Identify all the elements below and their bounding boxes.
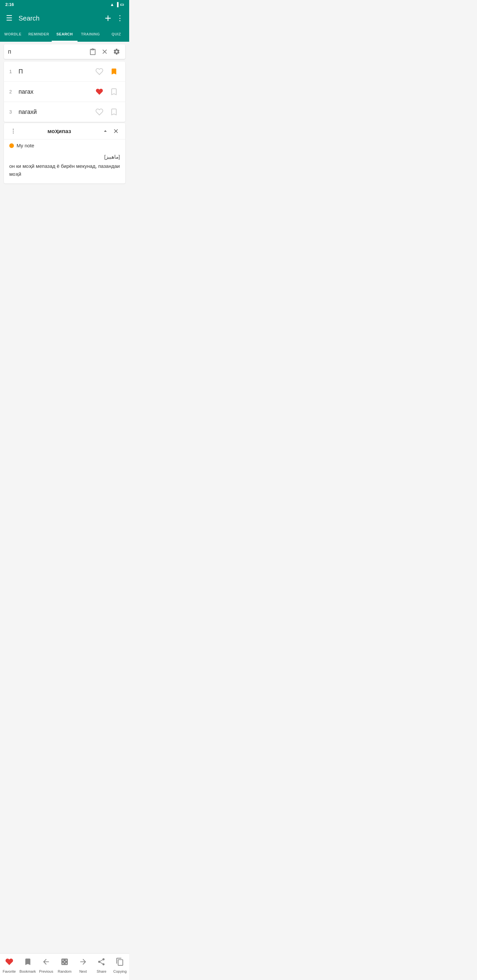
word-text-2: пагах: [19, 88, 93, 95]
word-item-2[interactable]: 2 пагах: [4, 82, 125, 102]
tab-quiz[interactable]: QUIZ: [103, 27, 129, 42]
tab-training[interactable]: TRAINING: [78, 27, 103, 42]
favorite-btn-1[interactable]: [93, 65, 105, 78]
bookmark-btn-3[interactable]: [108, 106, 120, 118]
clipboard-button[interactable]: [87, 46, 99, 57]
status-bar: 2:16 ▲ ▐ ▭: [0, 0, 129, 9]
detail-toolbar: моҳипаз: [4, 123, 125, 139]
wifi-icon: ▲: [110, 2, 114, 7]
definition-phonetic: [ماهييز]: [9, 153, 120, 161]
toolbar: ☰ Search ⋮: [0, 9, 129, 27]
favorite-btn-3[interactable]: [93, 106, 105, 118]
word-list: 1 П 2 пагах 3 пагахй: [4, 62, 125, 122]
note-label: My note: [4, 139, 125, 150]
svg-point-1: [13, 131, 14, 132]
svg-point-0: [13, 129, 14, 130]
word-text-3: пагахй: [19, 108, 93, 116]
signal-icon: ▐: [116, 2, 119, 7]
tabs-bar: WORDLE REMINDER SEARCH TRAINING QUIZ: [0, 27, 129, 42]
word-actions-2: [93, 86, 120, 98]
note-text: My note: [17, 143, 34, 148]
word-actions-1: [93, 65, 120, 78]
tab-wordle[interactable]: WORDLE: [0, 27, 26, 42]
battery-icon: ▭: [120, 2, 124, 7]
search-bar: [4, 45, 125, 59]
word-index-3: 3: [9, 109, 19, 115]
note-dot-icon: [9, 143, 14, 148]
bookmark-btn-1[interactable]: [108, 65, 120, 78]
word-index-1: 1: [9, 69, 19, 74]
tab-search[interactable]: SEARCH: [52, 27, 78, 42]
svg-point-2: [13, 133, 14, 134]
tab-reminder[interactable]: REMINDER: [26, 27, 52, 42]
page-title: Search: [19, 14, 90, 22]
bookmark-btn-2[interactable]: [108, 86, 120, 98]
add-button[interactable]: [90, 11, 103, 25]
menu-button[interactable]: ☰: [3, 11, 16, 25]
detail-panel: моҳипаз My note [ماهييز] он ки моҳй мепа…: [4, 123, 125, 183]
word-text-1: П: [19, 68, 93, 75]
word-item-1[interactable]: 1 П: [4, 62, 125, 82]
status-time: 2:16: [5, 2, 14, 7]
definition-text: он ки моҳй мепазад ё бирён мекунад, паза…: [9, 162, 120, 178]
status-icons: ▲ ▐ ▭: [110, 2, 124, 7]
definition-content: [ماهييز] он ки моҳй мепазад ё бирён меку…: [4, 150, 125, 183]
detail-word: моҳипаз: [19, 128, 100, 135]
detail-menu-button[interactable]: [8, 126, 19, 137]
word-index-2: 2: [9, 89, 19, 94]
search-settings-button[interactable]: [111, 46, 123, 57]
favorite-btn-2[interactable]: [93, 86, 105, 98]
detail-close-button[interactable]: [111, 126, 121, 137]
detail-collapse-button[interactable]: [100, 126, 111, 137]
add-icon: [103, 14, 113, 23]
word-actions-3: [93, 106, 120, 118]
clear-button[interactable]: [99, 46, 111, 57]
word-item-3[interactable]: 3 пагахй: [4, 102, 125, 122]
search-input[interactable]: [6, 46, 87, 57]
more-button[interactable]: ⋮: [113, 11, 126, 25]
